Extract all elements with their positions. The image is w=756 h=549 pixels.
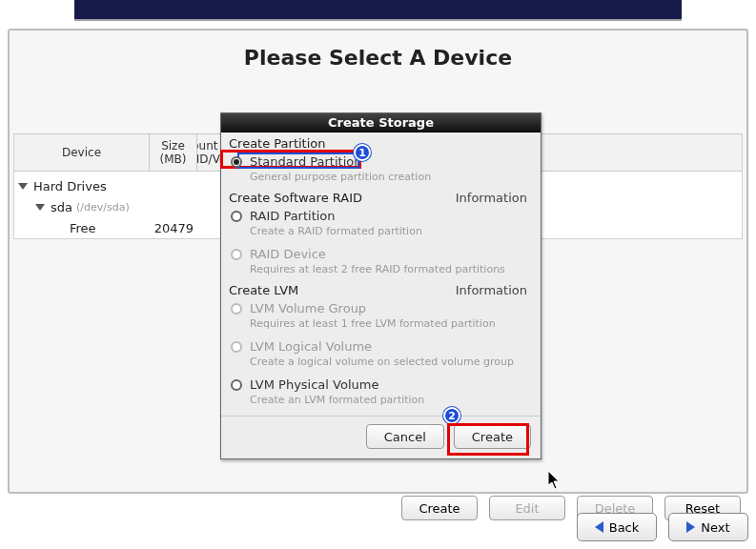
free-label: Free <box>14 221 150 235</box>
dialog-create-button[interactable]: Create <box>454 424 531 449</box>
radio-icon <box>231 341 242 353</box>
annotation-badge-2: 2 <box>443 407 460 424</box>
back-button[interactable]: Back <box>577 513 657 541</box>
sda-label: sda <box>51 200 72 214</box>
cancel-button[interactable]: Cancel <box>366 424 444 449</box>
option-standard-partition[interactable]: Standard Partition <box>227 151 533 169</box>
section-label: Create LVM <box>229 283 298 297</box>
header-band <box>74 0 682 21</box>
section-create-raid: Create Software RAID Information <box>227 191 533 205</box>
page-title: Please Select A Device <box>10 30 746 91</box>
arrow-right-icon <box>686 521 695 533</box>
arrow-left-icon <box>595 521 603 533</box>
option-raid-partition[interactable]: RAID Partition <box>227 205 533 223</box>
section-create-lvm: Create LVM Information <box>227 283 533 297</box>
col-size[interactable]: Size (MB) <box>150 134 197 171</box>
create-button[interactable]: Create <box>401 496 478 520</box>
free-size: 20479 <box>150 221 197 235</box>
dialog-body: Create Partition 1 Standard Partition Ge… <box>221 132 541 412</box>
option-label: RAID Partition <box>250 209 336 223</box>
dialog-title: Create Storage <box>221 113 541 132</box>
option-label: RAID Device <box>250 247 326 261</box>
hint-raid-device: Requires at least 2 free RAID formated p… <box>227 261 533 281</box>
option-label: LVM Physical Volume <box>250 377 378 392</box>
radio-icon <box>231 249 242 260</box>
option-lvm-pv[interactable]: LVM Physical Volume <box>227 374 533 392</box>
next-button[interactable]: Next <box>668 513 748 541</box>
nav-button-row: Back Next <box>577 513 748 541</box>
option-label: LVM Logical Volume <box>250 339 372 354</box>
hard-drives-label: Hard Drives <box>33 179 107 193</box>
radio-icon[interactable] <box>231 211 242 222</box>
option-lvm-lv: LVM Logical Volume <box>227 336 533 354</box>
section-create-partition: Create Partition <box>227 136 533 151</box>
next-label: Next <box>701 520 729 535</box>
expand-icon[interactable] <box>18 183 28 190</box>
edit-button[interactable]: Edit <box>489 496 565 520</box>
hint-lvm-lv: Create a logical volume on selected volu… <box>227 354 533 374</box>
radio-icon[interactable] <box>231 156 242 168</box>
option-raid-device: RAID Device <box>227 243 533 261</box>
section-label: Create Software RAID <box>229 191 362 205</box>
create-storage-dialog: Create Storage Create Partition 1 Standa… <box>220 112 541 459</box>
option-label: Standard Partition <box>250 154 361 169</box>
hint-lvm-vg: Requires at least 1 free LVM formated pa… <box>227 315 533 336</box>
hint-raid-partition: Create a RAID formated partition <box>227 223 533 243</box>
back-label: Back <box>609 520 640 535</box>
information-link[interactable]: Information <box>456 191 527 205</box>
radio-icon[interactable] <box>231 379 242 391</box>
option-label: LVM Volume Group <box>250 301 366 315</box>
expand-icon[interactable] <box>35 204 45 211</box>
sda-path: (/dev/sda) <box>76 201 130 214</box>
col-device[interactable]: Device <box>14 134 150 171</box>
annotation-badge-1: 1 <box>354 144 371 161</box>
radio-icon <box>231 303 242 315</box>
hint-standard: General purpose partition creation <box>227 169 533 189</box>
dialog-button-row: Cancel Create <box>221 416 541 458</box>
hint-lvm-pv: Create an LVM formated partition <box>227 392 533 412</box>
option-lvm-vg: LVM Volume Group <box>227 297 533 315</box>
information-link[interactable]: Information <box>456 283 527 297</box>
